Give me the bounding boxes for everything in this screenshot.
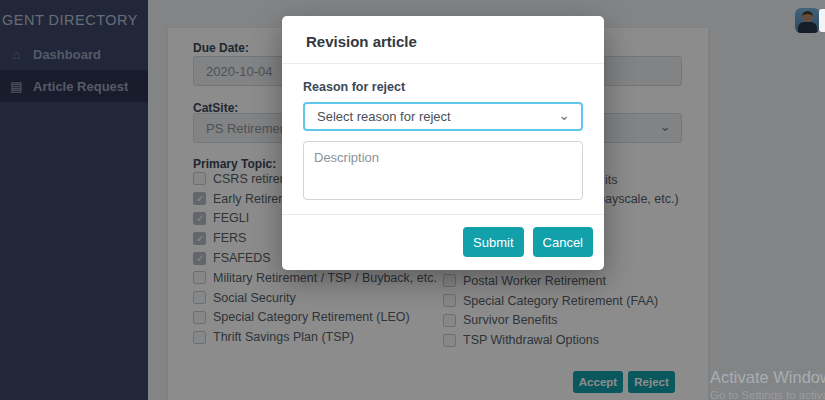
watermark-line2: Go to Settings to activate xyxy=(710,389,825,400)
description-textarea[interactable] xyxy=(303,141,583,200)
chevron-down-icon: ⌄ xyxy=(558,107,570,123)
activate-windows-watermark: Activate Windows Go to Settings to activ… xyxy=(710,368,825,400)
edge-panel-sliver xyxy=(819,9,825,32)
modal-header: Revision article xyxy=(282,16,604,64)
modal-footer: Submit Cancel xyxy=(282,214,604,270)
reason-for-reject-label: Reason for reject xyxy=(303,80,583,94)
modal-title: Revision article xyxy=(306,33,580,50)
revision-article-modal: Revision article Reason for reject Selec… xyxy=(282,16,604,270)
submit-button[interactable]: Submit xyxy=(463,227,523,257)
reason-select[interactable]: Select reason for reject ⌄ xyxy=(303,102,583,131)
cancel-button[interactable]: Cancel xyxy=(533,227,593,257)
reason-select-value: Select reason for reject xyxy=(317,109,451,124)
watermark-line1: Activate Windows xyxy=(710,368,825,387)
modal-body: Reason for reject Select reason for reje… xyxy=(282,64,604,202)
